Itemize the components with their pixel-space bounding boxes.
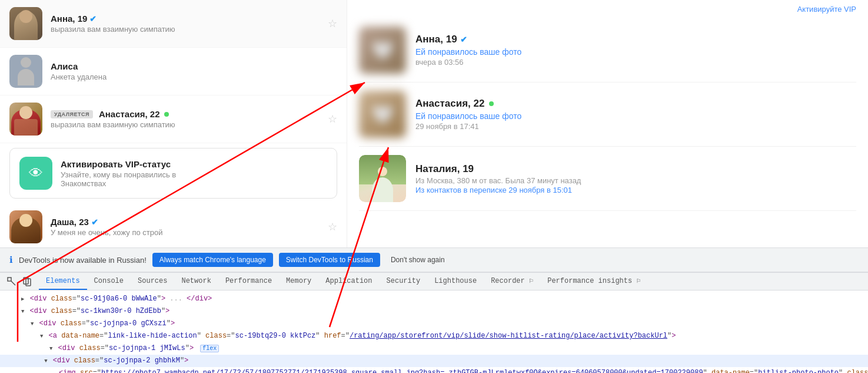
profile-info-anastasia: УДАЛЯЕТСЯ Анастасия, 22 выразила вам вза… — [51, 109, 337, 129]
tab-lighthouse[interactable]: Lighthouse — [427, 273, 484, 290]
dont-show-again-button[interactable]: Don't show again — [386, 253, 450, 267]
svg-line-3 — [11, 281, 15, 285]
profile-name-dasha: Даша, 23 ✔ — [51, 217, 337, 227]
profile-item-anna[interactable]: Анна, 19 ✔ выразила вам взаимную симпати… — [0, 0, 347, 48]
code-line-7[interactable]: <img src="https://photo7.wambacdn.net/17… — [0, 367, 868, 373]
vip-title: Активировать VIP-статус — [61, 159, 176, 169]
activity-avatar-anastasia: 🤍 — [359, 91, 406, 138]
info-icon: ℹ — [9, 255, 13, 265]
activity-name-anna: Анна, 19 ✔ — [415, 34, 856, 45]
avatar-anna — [9, 7, 42, 40]
profile-info-alisa: Алиса Анкета удалена — [51, 61, 337, 81]
left-panel: Анна, 19 ✔ выразила вам взаимную симпати… — [0, 0, 347, 247]
code-line-3[interactable]: <div class="sc-jojnpa-0 gCXszi"> — [0, 318, 868, 330]
expand-icon-3[interactable] — [31, 318, 34, 329]
profile-item-alisa[interactable]: Алиса Анкета удалена — [0, 48, 347, 95]
expand-icon-6[interactable] — [44, 355, 47, 367]
inspect-element-button[interactable] — [5, 275, 19, 289]
heart-icon-anna: 🤍 — [372, 40, 394, 61]
deleting-badge: УДАЛЯЕТСЯ — [51, 110, 93, 118]
natalia-photo — [359, 155, 406, 202]
activity-action-anna: Ей понравилось ваше фото — [415, 47, 856, 57]
tab-recorder[interactable]: Recorder ⚐ — [484, 273, 540, 290]
activate-vip-link[interactable]: Активируйте VIP — [359, 0, 856, 18]
verified-icon-dasha: ✔ — [91, 217, 98, 227]
devtools-panel: Elements Console Sources Network Perform… — [0, 272, 868, 373]
activity-item-anna[interactable]: 🤍 Анна, 19 ✔ Ей понравилось ваше фото вч… — [359, 18, 856, 82]
activity-item-anastasia-r[interactable]: 🤍 Анастасия, 22 Ей понравилось ваше фото… — [359, 82, 856, 147]
tab-application[interactable]: Application — [318, 273, 379, 290]
expand-icon-4[interactable] — [40, 331, 43, 342]
vip-desc: Узнайте, кому вы понравились в Знакомств… — [61, 170, 176, 188]
activity-time-anastasia-r: 29 ноября в 17:41 — [415, 122, 856, 131]
verified-icon-anna: ✔ — [89, 14, 97, 24]
vip-info: Активировать VIP-статус Узнайте, кому вы… — [61, 159, 176, 188]
devtools-notification-bar: ℹ DevTools is now available in Russian! … — [0, 247, 868, 272]
activity-contact-natalia: Из контактов в переписке 29 ноября в 15:… — [415, 186, 856, 194]
tab-security[interactable]: Security — [380, 273, 428, 290]
profile-name-anastasia: УДАЛЯЕТСЯ Анастасия, 22 — [51, 109, 337, 119]
activity-action-anastasia-r: Ей понравилось ваше фото — [415, 111, 856, 121]
eye-icon: 👁 — [29, 165, 43, 181]
activity-avatar-anna: 🤍 — [359, 27, 406, 74]
heart-icon-anastasia: 🤍 — [372, 104, 394, 125]
activity-info-anna: Анна, 19 ✔ Ей понравилось ваше фото вчер… — [415, 34, 856, 67]
devtools-notif-text: DevTools is now available in Russian! — [19, 256, 147, 265]
profile-name-alisa: Алиса — [51, 61, 337, 71]
tab-sources[interactable]: Sources — [131, 273, 174, 290]
profile-status-anna: выразила вам взаимную симпатию — [51, 25, 337, 34]
profile-status-alisa: Анкета удалена — [51, 72, 337, 81]
switch-russian-button[interactable]: Switch DevTools to Russian — [279, 253, 380, 267]
profile-status-anastasia: выразила вам взаимную симпатию — [51, 120, 337, 129]
code-line-1[interactable]: <div class="sc-91j0a6-0 bWwAle"> ... </d… — [0, 293, 868, 305]
tab-performance-insights[interactable]: Performance insights ⚐ — [540, 273, 647, 290]
online-dot-anastasia-r — [489, 101, 494, 106]
avatar-alisa — [9, 55, 42, 88]
activity-info-natalia: Наталия, 19 Из Москва, 380 м от вас. Был… — [415, 163, 856, 194]
expand-icon-2[interactable] — [21, 306, 24, 317]
activity-item-natalia[interactable]: Наталия, 19 Из Москва, 380 м от вас. Был… — [359, 147, 856, 211]
profile-info-dasha: Даша, 23 ✔ У меня не очень, хожу по стро… — [51, 217, 337, 237]
activity-info-anastasia-r: Анастасия, 22 Ей понравилось ваше фото 2… — [415, 98, 856, 131]
code-line-6[interactable]: <div class="sc-jojnpa-2 ghbhkM"> — [0, 355, 868, 367]
activity-avatar-natalia — [359, 155, 406, 202]
svg-rect-2 — [8, 278, 11, 281]
code-line-5[interactable]: <div class="sc-jojnpa-1 jMIwLs"> flex — [0, 342, 868, 355]
star-icon-anastasia[interactable]: ☆ — [328, 113, 337, 126]
activity-name-natalia: Наталия, 19 — [415, 163, 856, 175]
avatar-dasha — [9, 210, 42, 243]
profile-status-dasha: У меня не очень, хожу по строй — [51, 228, 337, 237]
profile-item-anastasia[interactable]: УДАЛЯЕТСЯ Анастасия, 22 выразила вам вза… — [0, 95, 347, 143]
profile-name-anna: Анна, 19 ✔ — [51, 14, 337, 24]
profile-info-anna: Анна, 19 ✔ выразила вам взаимную симпати… — [51, 14, 337, 34]
tab-memory[interactable]: Memory — [279, 273, 318, 290]
activity-time-anna: вчера в 03:56 — [415, 58, 856, 67]
activity-location-natalia: Из Москва, 380 м от вас. Была 37 минут н… — [415, 176, 856, 185]
expand-icon-1[interactable] — [21, 293, 24, 305]
star-icon-anna[interactable]: ☆ — [328, 17, 337, 30]
app-area: Анна, 19 ✔ выразила вам взаимную симпати… — [0, 0, 868, 247]
devtools-tabs: Elements Console Sources Network Perform… — [0, 273, 868, 291]
vip-block[interactable]: 👁 Активировать VIP-статус Узнайте, кому … — [9, 148, 337, 199]
vip-icon: 👁 — [19, 157, 52, 190]
star-icon-dasha[interactable]: ☆ — [328, 220, 337, 233]
code-line-4[interactable]: <a data-name="link-like-hide-action" cla… — [0, 330, 868, 342]
avatar-anastasia — [9, 103, 42, 136]
code-line-2[interactable]: <div class="sc-1kwn30r-0 hZdEbb"> — [0, 305, 868, 318]
right-panel: Активируйте VIP 🤍 Анна, 19 ✔ Ей понравил… — [347, 0, 868, 247]
expand-icon-5[interactable] — [49, 343, 52, 354]
tab-elements[interactable]: Elements — [39, 273, 87, 290]
activity-name-anastasia-r: Анастасия, 22 — [415, 98, 856, 110]
devtools-toolbar — [5, 275, 34, 289]
online-dot-anastasia — [164, 112, 169, 117]
device-toggle-button[interactable] — [20, 275, 34, 289]
match-language-button[interactable]: Always match Chrome's language — [152, 253, 273, 267]
verified-icon-r-anna: ✔ — [460, 35, 467, 44]
tab-console[interactable]: Console — [87, 273, 131, 290]
tab-performance[interactable]: Performance — [218, 273, 279, 290]
tab-network[interactable]: Network — [174, 273, 218, 290]
profile-item-dasha[interactable]: Даша, 23 ✔ У меня не очень, хожу по стро… — [0, 203, 347, 247]
devtools-code-content[interactable]: <div class="sc-91j0a6-0 bWwAle"> ... </d… — [0, 291, 868, 373]
